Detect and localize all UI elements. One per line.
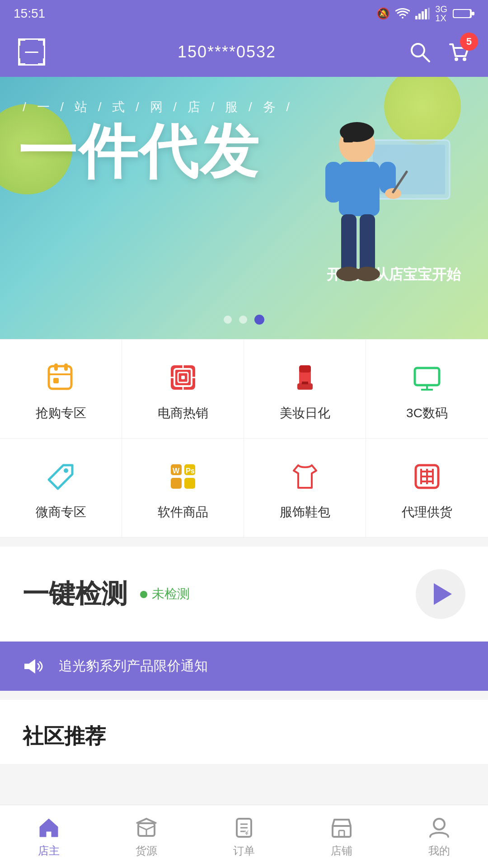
- category-item-hot-sale[interactable]: 电商热销: [122, 340, 244, 439]
- nav-item-order[interactable]: ¥ 订单: [218, 811, 270, 863]
- announce-icon: [23, 657, 45, 675]
- svg-rect-53: [184, 478, 195, 489]
- nav-label-source: 货源: [136, 844, 157, 858]
- svg-rect-67: [333, 826, 351, 837]
- battery-icon: [453, 8, 474, 19]
- svg-rect-30: [53, 378, 59, 383]
- order-icon: ¥: [232, 816, 256, 840]
- fashion-icon: [287, 458, 323, 495]
- detection-play-button[interactable]: [416, 569, 465, 619]
- beauty-icon: [287, 359, 323, 396]
- status-bar: 15:51 🔕 3G1X: [0, 0, 488, 27]
- nav-item-home[interactable]: 店主: [23, 811, 75, 863]
- detection-dot: [140, 591, 147, 598]
- detection-title: 一键检测: [23, 576, 127, 612]
- svg-rect-41: [297, 383, 313, 390]
- cart-badge: 5: [460, 33, 478, 51]
- wechat-icon: [43, 458, 79, 495]
- svg-rect-3: [425, 9, 427, 19]
- nav-label-profile: 我的: [428, 844, 450, 858]
- bottom-nav: 店主 货源 ¥ 订单: [0, 805, 488, 868]
- svg-rect-21: [341, 214, 357, 273]
- svg-text:Ps: Ps: [186, 467, 195, 475]
- supply-icon: [409, 458, 445, 495]
- category-item-fashion[interactable]: 服饰鞋包: [244, 439, 366, 538]
- status-icons: 🔕 3G1X: [376, 5, 474, 23]
- category-grid: 抢购专区 电商热销: [0, 339, 488, 538]
- user-icon: [427, 816, 451, 840]
- wifi-icon: [395, 8, 410, 19]
- svg-rect-28: [64, 363, 68, 371]
- section-title-bar: 社区推荐: [0, 700, 488, 764]
- nav-item-store[interactable]: 店铺: [316, 811, 367, 863]
- nav-label-home: 店主: [38, 844, 60, 858]
- svg-rect-2: [422, 11, 424, 19]
- banner-dot-2[interactable]: [239, 316, 247, 324]
- detection-info: 一键检测 未检测: [23, 576, 190, 612]
- category-item-wechat[interactable]: 微商专区: [0, 439, 122, 538]
- search-button[interactable]: [408, 41, 431, 63]
- svg-rect-17: [339, 162, 380, 216]
- announcement-bar[interactable]: 追光豹系列产品限价通知: [0, 642, 488, 691]
- header-title: 150****0532: [178, 42, 276, 61]
- banner-subtitle: / 一 / 站 / 式 / 网 / 店 / 服 / 务 /: [23, 99, 293, 116]
- scan-button[interactable]: [18, 38, 45, 66]
- announce-text: 追光豹系列产品限价通知: [59, 657, 208, 675]
- svg-rect-0: [415, 16, 418, 19]
- svg-text:W: W: [173, 467, 180, 475]
- category-label-beauty: 美妆日化: [280, 405, 330, 422]
- nav-item-profile[interactable]: 我的: [413, 811, 465, 863]
- svg-rect-34: [181, 376, 185, 379]
- svg-rect-4: [428, 8, 430, 19]
- svg-point-11: [463, 57, 466, 61]
- nav-label-order: 订单: [233, 844, 255, 858]
- svg-rect-68: [339, 830, 344, 837]
- svg-rect-1: [418, 14, 421, 19]
- category-item-3c[interactable]: 3C数码: [366, 340, 488, 439]
- signal-icon: [415, 8, 430, 19]
- svg-rect-26: [49, 366, 71, 389]
- banner: / 一 / 站 / 式 / 网 / 店 / 服 / 务 / 一件代发 开网店 从…: [0, 77, 488, 339]
- 3c-icon: [409, 359, 445, 396]
- svg-rect-43: [415, 368, 439, 385]
- category-item-flash-sale[interactable]: 抢购专区: [0, 340, 122, 439]
- network-type: 3G1X: [435, 5, 447, 23]
- mute-icon: 🔕: [376, 7, 390, 20]
- banner-dot-1[interactable]: [224, 316, 232, 324]
- svg-point-20: [385, 188, 401, 199]
- category-label-hot-sale: 电商热销: [158, 405, 208, 422]
- svg-rect-7: [454, 10, 470, 17]
- nav-label-store: 店铺: [331, 844, 352, 858]
- header: 150****0532 5: [0, 27, 488, 77]
- play-icon: [434, 583, 452, 605]
- cart-button[interactable]: 5: [447, 41, 470, 63]
- svg-rect-22: [360, 214, 375, 273]
- home-icon: [37, 816, 61, 840]
- category-label-supply: 代理供货: [402, 504, 452, 521]
- svg-point-24: [355, 267, 380, 281]
- svg-rect-18: [325, 162, 342, 203]
- flash-sale-icon: [43, 359, 79, 396]
- section-title: 社区推荐: [23, 724, 106, 748]
- svg-rect-42: [302, 382, 308, 384]
- nav-item-source[interactable]: 货源: [121, 811, 172, 863]
- box-icon: [134, 816, 159, 840]
- svg-rect-52: [171, 478, 182, 489]
- banner-dot-3[interactable]: [254, 315, 264, 325]
- category-label-fashion: 服饰鞋包: [280, 504, 330, 521]
- software-icon: W Ps: [165, 458, 201, 495]
- banner-dots: [224, 315, 264, 325]
- banner-person-illustration: [298, 113, 452, 307]
- svg-text:¥: ¥: [244, 829, 249, 836]
- banner-title: 一件代发: [18, 122, 260, 181]
- detection-status: 未检测: [140, 585, 190, 603]
- svg-point-47: [64, 468, 68, 473]
- detection-section: 一键检测 未检测: [0, 547, 488, 642]
- category-item-software[interactable]: W Ps 软件商品: [122, 439, 244, 538]
- category-label-wechat: 微商专区: [36, 504, 86, 521]
- svg-point-10: [455, 57, 458, 61]
- category-item-supply[interactable]: 代理供货: [366, 439, 488, 538]
- category-label-flash-sale: 抢购专区: [36, 405, 86, 422]
- status-time: 15:51: [14, 6, 45, 21]
- category-item-beauty[interactable]: 美妆日化: [244, 340, 366, 439]
